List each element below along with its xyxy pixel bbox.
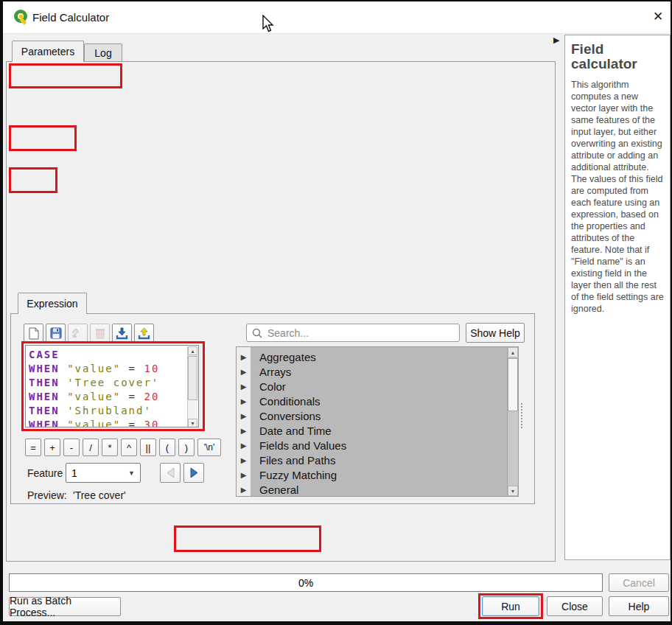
expand-arrow-icon[interactable]: ▶ [237, 486, 251, 494]
expand-arrow-icon[interactable]: ▶ [237, 368, 251, 376]
scroll-up-icon[interactable]: ▲ [188, 346, 197, 355]
function-group-row[interactable]: ▶Fields and Values [237, 438, 518, 453]
feature-select[interactable]: 1 ▼ [66, 463, 141, 483]
run-button[interactable]: Run [482, 596, 539, 616]
function-group-row[interactable]: ▶Fuzzy Matching [237, 467, 518, 482]
expression-code: CASEWHEN "value" = 10THEN 'Tree cover'WH… [26, 346, 198, 427]
window-title: Field Calculator [32, 11, 109, 24]
function-group-label: Date and Time [251, 425, 332, 437]
function-group-row[interactable]: ▶General [237, 482, 518, 497]
function-group-label: Aggregates [251, 351, 316, 363]
tab-log[interactable]: Log [84, 43, 122, 62]
title-bar: Field Calculator ✕ [3, 1, 669, 34]
progress-value: 0% [298, 577, 313, 589]
function-group-label: General [251, 483, 298, 496]
run-as-batch-button[interactable]: Run as Batch Process... [9, 597, 121, 616]
scrollbar-thumb[interactable] [508, 358, 518, 411]
close-button[interactable]: Close [547, 596, 603, 616]
help-button[interactable]: Help [609, 596, 669, 616]
operator-button[interactable]: ) [178, 439, 195, 456]
expand-arrow-icon[interactable]: ▶ [237, 471, 251, 479]
help-panel: Field calculator This algorithm computes… [564, 35, 671, 560]
show-help-button[interactable]: Show Help [466, 323, 525, 343]
previous-feature-button [160, 463, 181, 483]
run-label: Run [501, 601, 520, 612]
search-placeholder: Search... [267, 327, 309, 339]
function-tree-scrollbar[interactable]: ▲ ▼ [507, 347, 518, 496]
expand-arrow-icon[interactable]: ▶ [237, 412, 251, 420]
show-help-label: Show Help [470, 327, 520, 339]
expand-arrow-icon[interactable]: ▶ [237, 353, 251, 361]
next-arrow-icon [189, 467, 199, 478]
save-expression-button[interactable] [46, 324, 66, 343]
function-search-input[interactable]: Search... [246, 324, 460, 342]
run-as-batch-label: Run as Batch Process... [10, 595, 120, 618]
operator-button[interactable]: = [25, 439, 41, 456]
feature-label: Feature [27, 467, 63, 479]
function-tree[interactable]: ▶Aggregates▶Arrays▶Color▶Conditionals▶Co… [236, 346, 519, 497]
edit-expression-button [68, 324, 88, 343]
operator-button[interactable]: - [63, 439, 80, 456]
close-icon[interactable]: ✕ [650, 9, 666, 25]
function-group-row[interactable]: ▶Files and Paths [237, 453, 518, 467]
pencil-icon [72, 328, 83, 339]
import-expression-button[interactable] [112, 324, 132, 343]
expand-arrow-icon[interactable]: ▶ [237, 427, 251, 435]
help-panel-title: Field calculator [571, 42, 664, 71]
function-group-row[interactable]: ▶Aggregates [237, 349, 518, 364]
function-group-label: Color [251, 380, 286, 393]
operator-buttons: =+-/*^||()'\n' [25, 439, 224, 456]
operator-button[interactable]: * [102, 439, 118, 456]
operator-button[interactable]: / [83, 439, 99, 456]
chevron-down-icon: ▼ [128, 469, 135, 477]
function-group-row[interactable]: ▶Conversions [237, 408, 518, 423]
scroll-up-icon[interactable]: ▲ [508, 347, 518, 357]
delete-expression-button [90, 324, 110, 343]
scrollbar-thumb[interactable] [188, 356, 197, 400]
function-group-row[interactable]: ▶Arrays [237, 364, 518, 379]
function-group-label: Conditionals [251, 395, 321, 408]
expression-editor[interactable]: CASEWHEN "value" = 10THEN 'Tree cover'WH… [25, 345, 199, 427]
expand-arrow-icon[interactable]: ▶ [237, 397, 251, 405]
expand-arrow-icon[interactable]: ▶ [237, 456, 251, 464]
operator-button[interactable]: ^ [121, 439, 137, 456]
tab-parameters[interactable]: Parameters [12, 41, 84, 62]
preview-value: 'Tree cover' [73, 489, 126, 501]
function-group-label: Conversions [251, 410, 321, 422]
operator-button[interactable]: || [140, 439, 156, 456]
function-group-label: Files and Paths [251, 454, 335, 467]
new-file-icon [29, 327, 39, 340]
operator-button[interactable]: ( [159, 439, 175, 456]
tab-expression[interactable]: Expression [18, 293, 87, 314]
function-group-row[interactable]: ▶Date and Time [237, 423, 518, 438]
help-panel-body: This algorithm computes a new vector lay… [571, 79, 664, 315]
tab-parameters-label: Parameters [21, 46, 74, 57]
scroll-down-icon[interactable]: ▼ [188, 419, 197, 427]
save-icon [50, 327, 62, 339]
operator-button[interactable]: '\n' [197, 439, 221, 456]
import-down-arrow-icon [116, 327, 128, 340]
cancel-label: Cancel [623, 577, 655, 589]
function-group-row[interactable]: ▶Color [237, 379, 518, 394]
previous-arrow-icon [166, 467, 175, 478]
tab-expression-label: Expression [27, 298, 77, 310]
expression-toolbar [24, 324, 154, 343]
operator-button[interactable]: + [44, 439, 60, 456]
trash-icon [95, 327, 105, 339]
export-expression-button[interactable] [134, 324, 154, 343]
expression-scrollbar[interactable]: ▲ ▼ [187, 346, 197, 427]
next-feature-button[interactable] [183, 463, 204, 483]
qgis-logo-icon [12, 8, 30, 27]
expand-arrow-icon[interactable]: ▶ [237, 383, 251, 391]
function-group-label: Fuzzy Matching [251, 469, 337, 481]
function-group-label: Fields and Values [251, 439, 346, 452]
function-group-row[interactable]: ▶Conditionals [237, 394, 518, 408]
new-expression-button[interactable] [24, 324, 43, 343]
expand-arrow-icon[interactable]: ▶ [237, 441, 251, 450]
scroll-down-icon[interactable]: ▼ [508, 486, 518, 496]
field-calculator-dialog: Field Calculator ✕ Parameters Log ▶ [0, 0, 672, 625]
export-up-arrow-icon [138, 327, 150, 340]
help-collapse-arrow-icon[interactable]: ▶ [553, 35, 559, 45]
feature-value: 1 [71, 467, 77, 479]
splitter-handle[interactable] [521, 403, 522, 428]
